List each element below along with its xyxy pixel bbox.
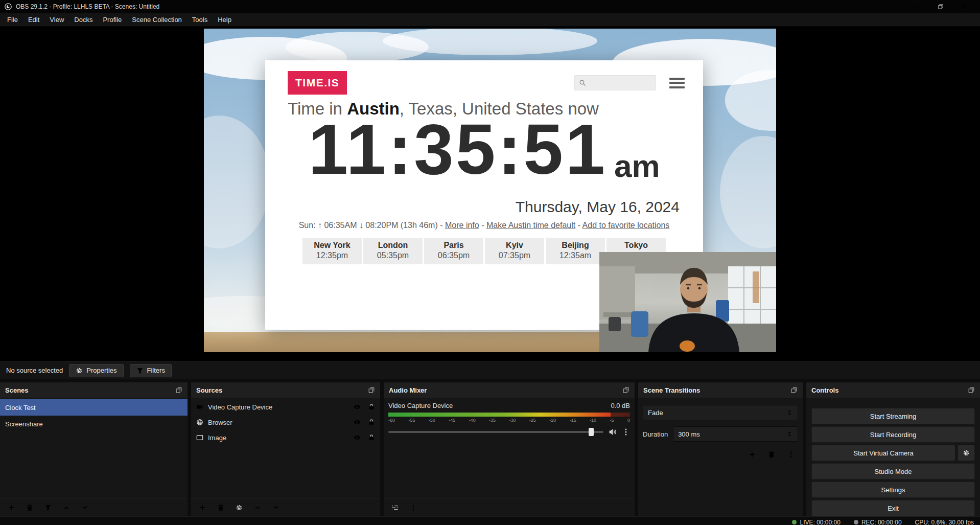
start-virtual-camera-button[interactable]: Start Virtual Camera [811,445,955,461]
source-item-image[interactable]: Image [191,430,380,445]
add-scene-button[interactable] [4,501,18,514]
restore-button[interactable] [929,0,952,13]
eye-icon[interactable] [354,403,361,410]
window-title: OBS 29.1.2 - Profile: LLHLS BETA - Scene… [16,3,159,10]
channel-level: 0.0 dB [611,402,630,409]
scene-item-clock-test[interactable]: Clock Test [0,399,188,416]
timeis-clock: 11:35:51 am [265,113,703,185]
eye-icon[interactable] [354,419,361,426]
source-toolbar: No source selected Properties Filters [0,361,980,379]
sources-dock-titlebar[interactable]: Sources [191,382,380,398]
hamburger-menu-icon [669,78,685,88]
timeis-date: Thursday, May 16, 2024 [516,198,680,216]
menu-tools[interactable]: Tools [187,14,213,26]
dock-popout-icon[interactable] [968,386,975,394]
volume-slider-handle[interactable] [589,428,594,436]
transition-menu-button[interactable] [784,448,798,461]
audio-mixer-dock-titlebar[interactable]: Audio Mixer [384,382,635,398]
more-info-link: More info [445,221,479,230]
menu-help[interactable]: Help [213,14,237,26]
source-list: Video Capture Device Browser [191,398,380,498]
duration-spinbox[interactable]: 300 ms [673,426,798,442]
transitions-dock-titlebar[interactable]: Scene Transitions [638,382,803,398]
scenes-dock: Scenes Clock Test Screenshare [0,382,188,516]
sources-toolbar [191,498,380,516]
city-time-box: Beijing12:35am [546,238,605,264]
lock-icon[interactable] [368,403,375,410]
scene-up-button[interactable] [59,501,74,514]
timeis-search-box [574,75,656,90]
lock-icon[interactable] [368,419,375,426]
menu-docks[interactable]: Docks [69,14,98,26]
filters-button[interactable]: Filters [130,364,172,377]
transition-select[interactable]: Fade [643,405,798,420]
title-bar: OBS 29.1.2 - Profile: LLHLS BETA - Scene… [0,0,980,13]
add-source-button[interactable] [195,501,209,514]
image-icon [196,434,203,441]
menu-scene-collection[interactable]: Scene Collection [127,14,187,26]
scene-item-screenshare[interactable]: Screenshare [0,416,188,432]
controls-dock-titlebar[interactable]: Controls [806,382,980,398]
menu-file[interactable]: File [2,14,23,26]
start-recording-button[interactable]: Start Recording [811,426,975,443]
filter-icon [136,367,144,374]
close-button[interactable] [952,0,976,13]
scenes-toolbar [0,498,188,516]
properties-button[interactable]: Properties [69,364,123,377]
start-streaming-button[interactable]: Start Streaming [811,408,975,424]
menu-profile[interactable]: Profile [98,14,127,26]
minimize-button[interactable] [905,0,929,13]
exit-button[interactable]: Exit [811,500,975,516]
scenes-dock-titlebar[interactable]: Scenes [0,382,188,398]
chevron-updown-icon [786,430,793,438]
speaker-icon[interactable] [609,428,617,436]
scene-filters-button[interactable] [41,501,55,514]
lock-icon[interactable] [368,434,375,441]
channel-menu-icon[interactable] [622,428,630,436]
camera-icon [196,403,203,410]
dock-popout-icon[interactable] [175,386,182,394]
program-canvas[interactable]: TIME.IS Time in Austin, Texas, United St… [204,29,776,352]
volume-slider[interactable] [388,427,603,437]
audio-mixer-dock-title: Audio Mixer [389,386,427,394]
source-item-video-capture[interactable]: Video Capture Device [191,399,380,415]
menu-edit[interactable]: Edit [23,14,44,26]
timeis-header: TIME.IS [288,72,685,94]
remove-scene-button[interactable] [22,501,37,514]
remove-source-button[interactable] [214,501,228,514]
dock-popout-icon[interactable] [622,386,629,394]
remove-transition-button[interactable] [764,448,779,461]
scene-transitions-dock: Scene Transitions Fade Duration 300 ms [638,382,803,516]
rec-status: REC: 00:00:00 [854,519,902,525]
source-properties-button[interactable] [232,501,246,514]
dock-popout-icon[interactable] [368,386,375,394]
add-transition-button[interactable] [745,448,759,461]
chevron-updown-icon [786,409,793,416]
dock-popout-icon[interactable] [790,386,798,394]
transitions-dock-title: Scene Transitions [643,386,700,394]
preview-area: TIME.IS Time in Austin, Texas, United St… [0,27,980,361]
menu-bar: File Edit View Docks Profile Scene Colle… [0,13,980,27]
live-status: LIVE: 00:00:00 [792,519,840,525]
eye-icon[interactable] [354,434,361,441]
source-down-button[interactable] [269,501,283,514]
city-time-box: Paris06:35pm [424,238,483,264]
studio-mode-button[interactable]: Studio Mode [811,463,975,480]
source-item-browser[interactable]: Browser [191,415,380,430]
mixer-menu-button[interactable] [406,501,421,514]
virtual-camera-config-button[interactable] [958,445,975,461]
volume-meter-fill [388,413,611,417]
source-up-button[interactable] [250,501,265,514]
globe-icon [196,419,203,426]
sources-dock: Sources Video Capture Device [191,382,380,516]
advanced-audio-button[interactable] [388,501,402,514]
duration-label: Duration [643,430,668,438]
menu-view[interactable]: View [44,14,69,26]
db-scale: -60-55-50-45-40-35-30-25-20-15-10-50 [388,418,630,423]
timeis-logo: TIME.IS [288,71,347,95]
scene-down-button[interactable] [78,501,92,514]
scene-list: Clock Test Screenshare [0,398,188,498]
gear-icon [76,367,83,374]
clock-meridiem: am [614,150,660,182]
settings-button[interactable]: Settings [811,482,975,498]
